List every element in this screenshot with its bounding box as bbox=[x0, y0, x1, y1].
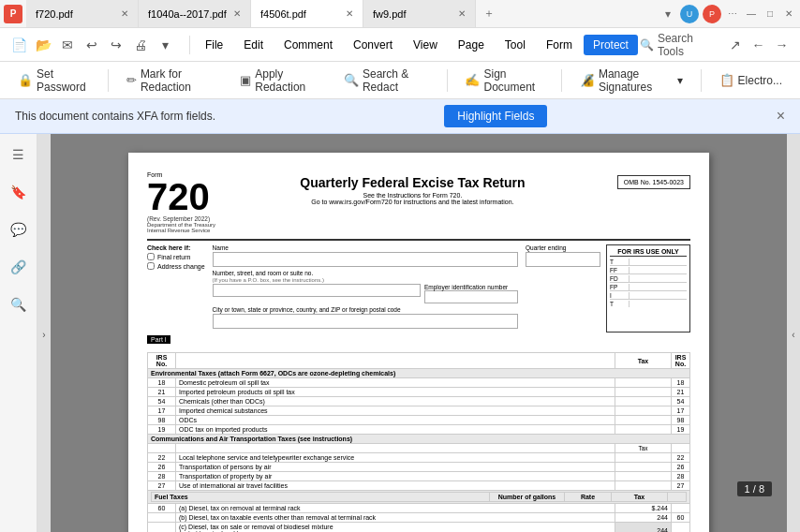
set-password-label: Set Password bbox=[37, 67, 90, 94]
check-here-label: Check here if: bbox=[147, 244, 205, 251]
menu-protect[interactable]: Protect bbox=[584, 35, 638, 55]
tab-f1040-close[interactable]: ✕ bbox=[233, 8, 241, 19]
minimize-button[interactable]: — bbox=[744, 7, 759, 22]
sidebar-comment-icon[interactable]: 💬 bbox=[6, 216, 32, 243]
left-panel-toggle[interactable]: › bbox=[37, 134, 51, 532]
tab-f4506t[interactable]: f4506t.pdf ✕ bbox=[251, 0, 363, 27]
menu-form[interactable]: Form bbox=[537, 35, 582, 55]
tab-fw9-close[interactable]: ✕ bbox=[458, 8, 466, 19]
manage-sig-chevron: ▾ bbox=[677, 74, 683, 87]
xfa-banner: This document contains XFA form fields. … bbox=[0, 99, 800, 134]
tab-fw9[interactable]: fw9.pdf ✕ bbox=[363, 0, 476, 27]
col-tax-header: Tax bbox=[615, 353, 672, 369]
new-file-icon[interactable]: 📄 bbox=[7, 34, 30, 56]
page-badge: 1 / 8 bbox=[737, 481, 772, 496]
sidebar-bookmark-icon[interactable]: 🔖 bbox=[6, 179, 32, 205]
electro-icon: 📋 bbox=[719, 73, 734, 87]
toolbar-separator-4 bbox=[701, 69, 702, 92]
table-row: 28Transportation of property by air28 bbox=[148, 472, 690, 481]
table-row: 21Imported petroleum products oil spill … bbox=[148, 388, 690, 397]
table-row: (b) Diesel, tax on taxable events other … bbox=[148, 513, 690, 523]
irs-row-t2: T bbox=[610, 301, 687, 307]
banner-close-button[interactable]: × bbox=[777, 108, 785, 125]
protect-toolbar: 🔒 Set Password ✏ Mark for Redaction ▣ Ap… bbox=[0, 62, 800, 99]
tab-overflow-button[interactable]: ▾ bbox=[659, 7, 676, 21]
xfa-message: This document contains XFA form fields. bbox=[15, 110, 215, 123]
form-title: Quarterly Federal Excise Tax Return bbox=[215, 175, 610, 190]
tab-f720-close[interactable]: ✕ bbox=[121, 8, 128, 19]
apply-redaction-button[interactable]: ▣ Apply Redaction bbox=[230, 63, 330, 98]
pdf-viewer[interactable]: Form 720 (Rev. September 2022) Departmen… bbox=[51, 134, 787, 532]
print-icon[interactable]: 🖨 bbox=[129, 34, 152, 56]
col-num-header: IRS No. bbox=[672, 353, 690, 369]
toolbar-separator-2 bbox=[447, 69, 448, 92]
back-icon[interactable]: ← bbox=[748, 34, 769, 56]
app-avatar[interactable]: P bbox=[703, 5, 721, 23]
menu-home[interactable]: File bbox=[196, 35, 232, 55]
col-desc-header bbox=[176, 353, 615, 369]
user-avatar[interactable]: U bbox=[680, 5, 699, 23]
col-irs-header: IRS No. bbox=[148, 353, 176, 369]
menu-tool[interactable]: Tool bbox=[496, 35, 535, 55]
page-badge-container: 1 / 8 bbox=[737, 481, 772, 496]
menu-page[interactable]: Page bbox=[449, 35, 494, 55]
ein-field[interactable] bbox=[424, 290, 518, 303]
search-redact-label: Search & Redact bbox=[363, 67, 429, 94]
tab-f4506t-label: f4506t.pdf bbox=[260, 8, 306, 20]
tab-add-button[interactable]: ＋ bbox=[476, 0, 502, 27]
irs-row-t1: T bbox=[610, 259, 687, 266]
menu-comment[interactable]: Comment bbox=[274, 35, 342, 55]
sign-document-button[interactable]: ✍ Sign Document bbox=[454, 63, 554, 98]
name-field[interactable] bbox=[213, 252, 518, 267]
share-icon[interactable]: ↗ bbox=[724, 34, 746, 56]
search-redact-icon: 🔍 bbox=[344, 73, 359, 87]
menu-more-button[interactable]: ⋯ bbox=[725, 7, 740, 22]
ein-label: Employer identification number bbox=[424, 284, 518, 290]
maximize-button[interactable]: □ bbox=[763, 7, 778, 22]
email-icon[interactable]: ✉ bbox=[56, 34, 79, 56]
menu-view[interactable]: View bbox=[404, 35, 447, 55]
apply-icon: ▣ bbox=[240, 73, 251, 87]
form-number: 720 bbox=[147, 178, 215, 215]
manage-signatures-button[interactable]: 🔏 Manage Signatures ▾ bbox=[570, 63, 693, 98]
search-redact-button[interactable]: 🔍 Search & Redact bbox=[333, 63, 439, 98]
tab-f720-label: f720.pdf bbox=[36, 8, 73, 20]
sidebar-search-icon[interactable]: 🔍 bbox=[6, 291, 32, 318]
file-icons: 📄 📂 ✉ ↩ ↪ 🖨 ▾ bbox=[7, 34, 176, 56]
search-tools-button[interactable]: 🔍 Search Tools bbox=[640, 32, 719, 58]
po-note: (If you have a P.O. box, see the instruc… bbox=[213, 277, 518, 283]
main-area: ☰ 🔖 💬 🔗 🔍 › Form 720 (Rev. September 202… bbox=[0, 134, 800, 532]
redo-icon[interactable]: ↪ bbox=[105, 34, 127, 56]
sidebar-link-icon[interactable]: 🔗 bbox=[6, 254, 32, 280]
quarter-ending-label: Quarter ending bbox=[526, 244, 600, 251]
part-table: IRS No. Tax IRS No. Environmental Taxes … bbox=[147, 352, 690, 532]
print-down-icon[interactable]: ▾ bbox=[154, 34, 176, 56]
forward-icon[interactable]: → bbox=[771, 34, 793, 56]
tab-f4506t-close[interactable]: ✕ bbox=[346, 8, 353, 19]
mark-redaction-button[interactable]: ✏ Mark for Redaction bbox=[116, 63, 226, 98]
address-label: Number, street, and room or suite no. bbox=[213, 270, 518, 276]
city-field[interactable] bbox=[213, 314, 518, 329]
form-subtitle1: See the Instructions for Form 720. bbox=[215, 192, 610, 199]
final-return-checkbox[interactable] bbox=[147, 253, 155, 260]
address-field[interactable] bbox=[213, 284, 421, 297]
rev-date: (Rev. September 2022) bbox=[147, 215, 215, 222]
electronic-button[interactable]: 📋 Electro... bbox=[709, 68, 793, 92]
highlight-fields-button[interactable]: Highlight Fields bbox=[444, 105, 547, 127]
set-password-button[interactable]: 🔒 Set Password bbox=[7, 63, 100, 98]
address-change-checkbox[interactable] bbox=[147, 262, 155, 270]
menu-convert[interactable]: Convert bbox=[344, 35, 402, 55]
sig-icon: 🔏 bbox=[580, 73, 595, 87]
undo-icon[interactable]: ↩ bbox=[81, 34, 103, 56]
sidebar-menu-icon[interactable]: ☰ bbox=[6, 141, 32, 168]
quarter-ending-field[interactable] bbox=[526, 252, 600, 267]
open-file-icon[interactable]: 📂 bbox=[32, 34, 54, 56]
menu-edit[interactable]: Edit bbox=[234, 35, 273, 55]
tab-f1040[interactable]: f1040a--2017.pdf ✕ bbox=[139, 0, 251, 27]
form-subtitle2: Go to www.irs.gov/Form720 for instructio… bbox=[215, 199, 610, 205]
right-panel-toggle[interactable]: ‹ bbox=[787, 134, 800, 532]
tab-f720[interactable]: f720.pdf ✕ bbox=[26, 0, 139, 27]
close-button[interactable]: ✕ bbox=[781, 7, 796, 22]
tab-f1040-label: f1040a--2017.pdf bbox=[148, 8, 227, 20]
manage-signatures-label: Manage Signatures bbox=[599, 67, 674, 94]
